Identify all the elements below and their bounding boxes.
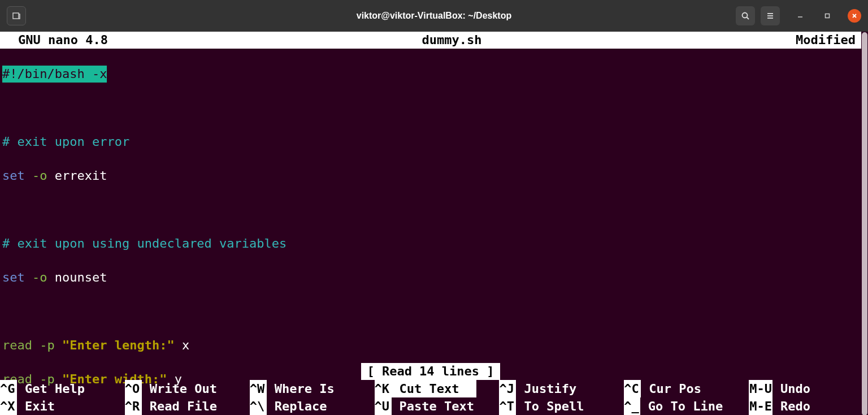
comment: # exit upon using undeclared variables: [2, 236, 287, 250]
window-title: viktor@viktor-VirtualBox: ~/Desktop: [357, 11, 511, 21]
status-row: [ Read 14 lines ]: [0, 363, 861, 380]
shortcut-to-spell[interactable]: ^TTo Spell: [499, 397, 624, 415]
command-read: read: [2, 338, 32, 352]
string-literal: "Enter length:": [62, 338, 175, 352]
window-controls: [736, 6, 861, 25]
shortcut-get-help[interactable]: ^GGet Help: [0, 380, 125, 397]
keyword-set: set: [2, 270, 25, 284]
shortcut-where-is[interactable]: ^WWhere Is: [250, 380, 375, 397]
search-icon: [741, 11, 750, 20]
close-icon: [851, 12, 858, 19]
code-line: read -p "Enter length:" x: [2, 337, 866, 354]
scrollbar[interactable]: [861, 32, 868, 415]
minimize-icon: [797, 12, 804, 19]
svg-point-1: [743, 13, 748, 18]
comment: # exit upon error: [2, 135, 129, 149]
shortcut-cur-pos[interactable]: ^CCur Pos: [624, 380, 749, 397]
variable-name: x: [182, 338, 189, 352]
maximize-icon: [824, 12, 831, 19]
svg-rect-0: [13, 13, 19, 19]
new-tab-button[interactable]: [7, 6, 26, 25]
shortcut-write-out[interactable]: ^OWrite Out: [125, 380, 250, 397]
menu-button[interactable]: [761, 6, 780, 25]
editor-area[interactable]: #!/bin/bash -x # exit upon error set -o …: [0, 49, 868, 415]
option: errexit: [55, 168, 107, 183]
code-line: set -o nounset: [2, 269, 866, 286]
shortcut-read-file[interactable]: ^RRead File: [125, 397, 250, 415]
shortcut-justify[interactable]: ^JJustify: [499, 380, 624, 397]
minimize-button[interactable]: [793, 9, 807, 23]
search-button[interactable]: [736, 6, 755, 25]
svg-rect-7: [826, 14, 830, 18]
blank-line: [2, 201, 866, 218]
svg-line-2: [747, 18, 749, 20]
code-line: # exit upon error: [2, 133, 866, 150]
shortcut-undo[interactable]: M-UUndo: [749, 380, 861, 397]
code-line: set -o errexit: [2, 167, 866, 184]
shortcut-paste-text[interactable]: ^UPaste Text: [375, 397, 500, 415]
maximize-button[interactable]: [821, 9, 834, 23]
nano-filename: dummy.sh: [108, 32, 796, 49]
new-tab-icon: [12, 11, 21, 20]
shortcut-cut-text[interactable]: ^KCut Text: [375, 380, 500, 397]
flag: -o: [32, 270, 47, 284]
keyword-set: set: [2, 168, 25, 183]
flag: -o: [32, 168, 47, 183]
shortcut-redo[interactable]: M-ERedo: [749, 397, 861, 415]
shortcut-grid: ^GGet Help ^OWrite Out ^WWhere Is ^KCut …: [0, 380, 861, 415]
nano-app-title: GNU nano 4.8: [3, 32, 108, 49]
shebang: #!/bin/bash -x: [2, 66, 107, 83]
shortcut-go-to-line[interactable]: ^_Go To Line: [624, 397, 749, 415]
nano-modified-status: Modified: [796, 32, 865, 49]
shortcut-replace[interactable]: ^\Replace: [250, 397, 375, 415]
code-line: # exit upon using undeclared variables: [2, 235, 866, 252]
blank-line: [2, 303, 866, 320]
scrollbar-thumb[interactable]: [862, 32, 867, 415]
blank-line: [2, 100, 866, 116]
titlebar: viktor@viktor-VirtualBox: ~/Desktop: [0, 0, 868, 32]
code-line: #!/bin/bash -x: [2, 66, 866, 83]
flag: -p: [40, 338, 55, 352]
shortcut-exit[interactable]: ^XExit: [0, 397, 125, 415]
nano-header: GNU nano 4.8 dummy.sh Modified: [0, 32, 868, 49]
close-button[interactable]: [848, 9, 861, 23]
status-message: [ Read 14 lines ]: [361, 363, 500, 380]
nano-footer: [ Read 14 lines ] ^GGet Help ^OWrite Out…: [0, 363, 861, 415]
hamburger-icon: [766, 11, 775, 20]
option: nounset: [55, 270, 107, 284]
